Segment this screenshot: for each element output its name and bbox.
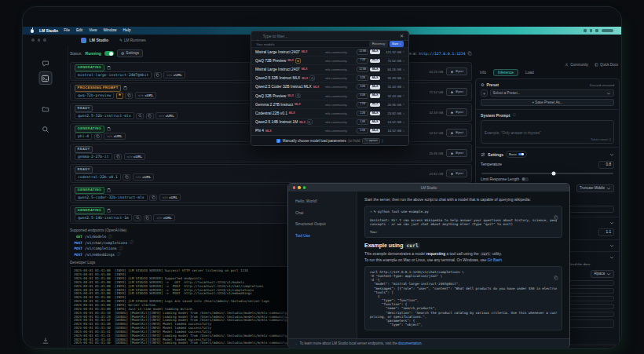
repeat-penalty-value[interactable]: 1.1 [598,228,614,236]
curl-tag[interactable]: </>cURL [124,153,145,160]
model-identifier[interactable]: qwen2.5-14b-instruct-1m [75,214,132,221]
slider-knob[interactable] [552,171,556,175]
load-params-checkbox[interactable]: ✓ [276,139,280,143]
copy-code-icon[interactable] [554,269,558,274]
model-picker-row[interactable]: Phi 4MLXmlx-community15BMLX14.52 GB› [251,127,408,135]
menubar-item-help[interactable]: Help [123,29,131,33]
system-prompt-textarea[interactable]: Example, "Only answer in rhymes" Token c… [481,120,614,144]
discard-unsaved-link[interactable]: Discard unsaved [590,83,614,87]
copy-button[interactable] [154,72,162,78]
copy-button[interactable] [114,154,122,160]
copy-code-icon[interactable] [554,209,558,213]
copy-button[interactable] [146,113,154,119]
copy-button[interactable] [125,93,133,99]
model-picker-row[interactable]: Qwen2.5 14B Instruct 1MMLXmlx-community1… [251,119,408,127]
menubar-app-name[interactable]: LM Studio [39,29,58,33]
discover-search-icon[interactable] [42,122,49,130]
model-identifier[interactable]: codestral-22b-v0.1 [75,173,121,181]
info-icon[interactable]: ⓘ [130,241,134,245]
server-settings-button[interactable]: ⚙ Settings [117,49,143,57]
copy-button[interactable] [123,174,130,181]
curl-tag[interactable]: </>cURL [163,71,185,78]
info-icon[interactable]: ⓘ [117,253,121,257]
endpoint-path[interactable]: /v1/chat/completions [85,241,127,245]
sort-recency-button[interactable]: Recency [369,41,387,46]
model-picker-row[interactable]: Qwen2.5 Coder 32B Instruct MLXMLXmlx-com… [251,83,408,92]
menubar-extra-icon[interactable] [584,29,587,32]
copy-url-icon[interactable] [467,51,472,56]
model-picker-row[interactable]: QwQ 32B PreviewMLXmlx-community32BMLX32.… [251,92,408,100]
model-picker-row[interactable]: Qwen2.5 32B Instruct MLXMLXmlx-community… [251,75,408,83]
copy-button[interactable] [94,133,102,140]
model-picker-row[interactable]: Mistral Large Instruct 2407MLXmlx-commun… [251,65,408,74]
temperature-slider[interactable] [481,173,613,174]
window-close-button[interactable] [31,38,35,42]
downloads-icon[interactable] [42,334,49,341]
curl-tag[interactable]: </>cURL [156,112,177,119]
chevron-down-icon[interactable] [609,243,614,248]
info-icon[interactable]: ⓘ [108,235,112,239]
window-minimize-button[interactable] [298,186,300,188]
copy-button[interactable] [149,195,157,201]
server-url[interactable]: http://127.0.0.1:1234 [419,52,465,56]
sort-size-button[interactable]: Size ↓ [390,41,404,46]
eject-button[interactable]: Eject [446,68,467,75]
menubar-clock[interactable] [602,29,613,32]
tab-info[interactable]: Info [475,69,491,76]
model-picker-row[interactable]: Mistral Large Instruct 2407MLXmlx-commun… [251,48,408,57]
endpoint-path[interactable]: /v1/embeddings [85,253,115,257]
window-close-button[interactable] [293,186,295,188]
my-models-folder-icon[interactable] [42,102,49,110]
eject-button[interactable]: Eject [446,88,467,96]
docs-nav-hello-world-[interactable]: Hello, World! [295,199,349,203]
documentation-link[interactable]: documentation. [398,341,423,345]
docs-content[interactable]: Start the server, then run the above scr… [357,192,569,338]
context-overflow-select[interactable]: Truncate Middle [576,184,614,192]
copy-button[interactable] [144,215,152,221]
menubar-extra-icon[interactable] [590,29,593,32]
save-preset-button[interactable]: + Save Preset As... [481,99,614,106]
curl-tag[interactable]: </>cURL [159,194,181,201]
new-preset-button[interactable]: + [481,89,488,97]
chevron-down-icon[interactable] [609,152,614,157]
close-icon[interactable]: ✕ [400,34,404,38]
endpoint-path[interactable]: /v1/completions [85,246,117,250]
chat-icon[interactable] [42,57,49,64]
tab-inference[interactable]: Inference [493,69,518,76]
limit-response-toggle[interactable] [521,177,529,181]
eject-button[interactable]: Eject [446,129,467,137]
menubar-extra-icon[interactable] [595,29,598,32]
workspace-label[interactable]: ✎ LM Runtimes [119,38,146,42]
server-toggle[interactable] [104,51,114,57]
link-community[interactable]: Community [565,63,588,67]
model-picker-row[interactable]: Gemma 2 27B InstructMLXmlx-community27BM… [251,100,408,109]
git-bash-link[interactable]: Git Bash [488,258,502,262]
window-zoom-button[interactable] [43,38,46,42]
template-style-select[interactable]: Alpaca [591,270,614,278]
settings-mode-pill[interactable]: Basic [506,151,527,158]
model-identifier[interactable]: qwen2.5-32b-instruct-mlx [75,112,134,119]
docs-nav-chat[interactable]: Chat [295,211,349,215]
eject-button[interactable]: Eject [446,108,467,116]
window-zoom-button[interactable] [303,186,306,188]
temperature-value[interactable]: 0.8 [598,161,614,169]
model-identifier[interactable]: gemma-2-27b-it [75,153,112,160]
curl-tag[interactable]: </>cURL [135,92,156,99]
chevron-down-icon[interactable] [609,255,614,260]
window-minimize-button[interactable] [38,38,41,42]
model-picker-row[interactable]: QwQ 72B PreviewMLX★mlx-community72BMLX72… [251,57,408,65]
menubar-item-window[interactable]: Window [104,29,117,33]
eject-button[interactable]: Eject [446,149,467,157]
tab-load[interactable]: Load [521,69,539,76]
search-icon-button[interactable] [136,113,144,119]
info-icon[interactable]: ⓘ [512,114,515,117]
model-identifier[interactable]: qwen2.5-coder-32b-instruct-mlx [75,194,148,201]
menubar-item-file[interactable]: File [64,29,70,33]
preset-select[interactable]: Select a Preset... [490,89,615,97]
model-identifier[interactable]: phi-4 [75,133,92,140]
model-identifier[interactable]: qwq-72b-preview [75,92,114,99]
apple-menu-icon[interactable] [31,29,34,33]
menubar-item-view[interactable]: View [89,29,97,33]
developer-icon[interactable] [38,71,52,85]
curl-tag[interactable]: </>cURL [133,173,154,181]
